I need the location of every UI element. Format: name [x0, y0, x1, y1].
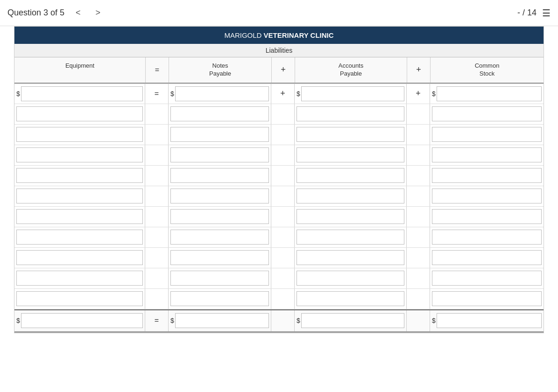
- input-accounts-5[interactable]: [297, 168, 404, 183]
- input-accounts-first[interactable]: [301, 86, 404, 101]
- plus1-10: [271, 268, 295, 288]
- cell-notes-11: [169, 289, 271, 309]
- cell-notes-9: [169, 248, 271, 268]
- cell-accounts-7: [295, 207, 407, 227]
- input-notes-11[interactable]: [170, 291, 269, 306]
- data-row-8: [14, 227, 544, 248]
- input-accounts-4[interactable]: [297, 147, 404, 162]
- input-common-8[interactable]: [432, 230, 542, 245]
- input-accounts-9[interactable]: [297, 250, 404, 265]
- plus2-total: [407, 310, 430, 331]
- cell-common-7: [430, 207, 544, 227]
- data-row-11: [14, 289, 544, 309]
- input-accounts-10[interactable]: [297, 271, 404, 286]
- input-accounts-3[interactable]: [297, 127, 404, 142]
- dollar-accounts-first: $: [297, 90, 300, 98]
- input-notes-5[interactable]: [170, 168, 269, 183]
- input-notes-4[interactable]: [170, 147, 269, 162]
- nav-left: Question 3 of 5 < >: [7, 6, 104, 20]
- input-notes-8[interactable]: [170, 230, 269, 245]
- equals-6: [145, 186, 169, 206]
- input-accounts-6[interactable]: [297, 189, 404, 203]
- input-notes-10[interactable]: [170, 271, 269, 286]
- header-notes-payable: NotesPayable: [169, 57, 271, 83]
- subtitle-label: Liabilities: [266, 47, 293, 54]
- input-equipment-4[interactable]: [16, 147, 143, 162]
- cell-notes-3: [169, 125, 271, 145]
- plus1-first: +: [271, 84, 295, 104]
- input-common-9[interactable]: [432, 250, 542, 265]
- input-equipment-3[interactable]: [16, 127, 143, 142]
- plus2-8: [407, 227, 430, 247]
- clinic-name-bold: VETERINARY CLINIC: [264, 31, 334, 39]
- cell-accounts-4: [295, 145, 407, 165]
- input-common-3[interactable]: [432, 127, 542, 142]
- input-equipment-5[interactable]: [16, 168, 143, 183]
- input-common-first[interactable]: [437, 86, 542, 101]
- plus2-7: [407, 207, 430, 227]
- input-equipment-9[interactable]: [16, 250, 143, 265]
- input-equipment-11[interactable]: [16, 291, 143, 306]
- cell-notes-5: [169, 166, 271, 186]
- input-equipment-2[interactable]: [16, 106, 143, 121]
- header-plus2-symbol: +: [407, 57, 430, 83]
- cell-equipment-4: [14, 145, 145, 165]
- input-common-4[interactable]: [432, 147, 542, 162]
- prev-arrow-button[interactable]: <: [72, 6, 85, 20]
- input-accounts-8[interactable]: [297, 230, 404, 245]
- input-common-6[interactable]: [432, 189, 542, 203]
- input-notes-first[interactable]: [175, 86, 269, 101]
- input-common-7[interactable]: [432, 209, 542, 224]
- cell-common-10: [430, 268, 544, 288]
- cell-accounts-total: $: [295, 310, 407, 331]
- spreadsheet-subtitle-row: Liabilities: [14, 44, 544, 57]
- input-common-5[interactable]: [432, 168, 542, 183]
- input-notes-2[interactable]: [170, 106, 269, 121]
- cell-common-2: [430, 104, 544, 124]
- plus1-total: [271, 310, 295, 331]
- input-notes-3[interactable]: [170, 127, 269, 142]
- input-accounts-total[interactable]: [301, 313, 404, 328]
- input-accounts-11[interactable]: [297, 291, 404, 306]
- input-common-total[interactable]: [437, 313, 542, 328]
- plus1-5: [271, 166, 295, 186]
- input-equipment-6[interactable]: [16, 189, 143, 203]
- menu-icon[interactable]: ☰: [542, 7, 551, 19]
- input-equipment-10[interactable]: [16, 271, 143, 286]
- input-notes-total[interactable]: [175, 313, 269, 328]
- input-notes-9[interactable]: [170, 250, 269, 265]
- header-plus1-symbol: +: [271, 57, 295, 83]
- input-notes-7[interactable]: [170, 209, 269, 224]
- clinic-name-regular: MARIGOLD: [224, 31, 261, 39]
- cell-notes-8: [169, 227, 271, 247]
- input-equipment-7[interactable]: [16, 209, 143, 224]
- cell-common-5: [430, 166, 544, 186]
- plus2-4: [407, 145, 430, 165]
- input-common-10[interactable]: [432, 271, 542, 286]
- data-row-7: [14, 207, 544, 227]
- dollar-common-first: $: [432, 90, 436, 98]
- input-equipment-first[interactable]: [21, 86, 143, 101]
- input-accounts-2[interactable]: [297, 106, 404, 121]
- plus1-11: [271, 289, 295, 309]
- input-equipment-8[interactable]: [16, 230, 143, 245]
- cell-notes-4: [169, 145, 271, 165]
- cell-equipment-5: [14, 166, 145, 186]
- question-counter: - / 14: [517, 8, 537, 18]
- input-notes-6[interactable]: [170, 189, 269, 203]
- equals-11: [145, 289, 169, 309]
- nav-right: - / 14 ☰: [517, 7, 551, 19]
- data-row-10: [14, 268, 544, 289]
- dollar-common-total: $: [432, 317, 436, 324]
- next-arrow-button[interactable]: >: [92, 6, 105, 20]
- data-row-4: [14, 145, 544, 166]
- cell-equipment-6: [14, 186, 145, 206]
- input-equipment-total[interactable]: [21, 313, 143, 328]
- data-row-9: [14, 248, 544, 268]
- plus2-6: [407, 186, 430, 206]
- input-common-11[interactable]: [432, 291, 542, 306]
- input-accounts-7[interactable]: [297, 209, 404, 224]
- cell-common-11: [430, 289, 544, 309]
- cell-equipment-10: [14, 268, 145, 288]
- input-common-2[interactable]: [432, 106, 542, 121]
